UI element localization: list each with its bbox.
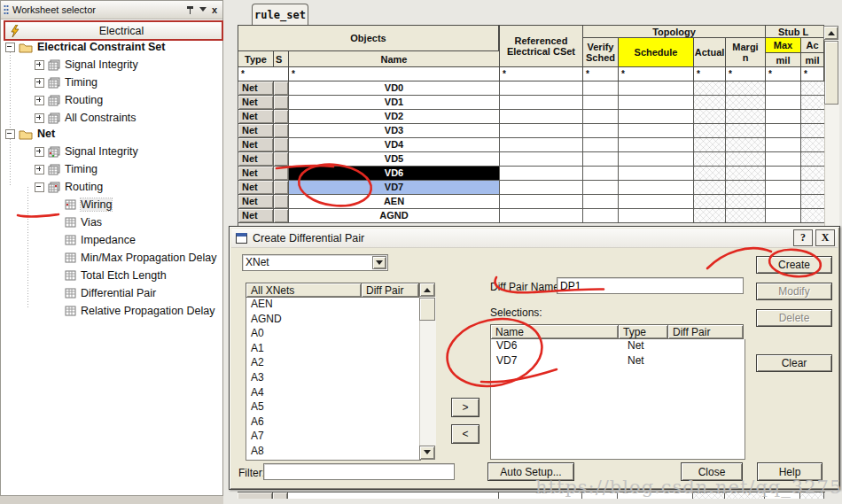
list-item[interactable]: A2 [246, 356, 420, 371]
list-scrollbar-thumb[interactable] [419, 298, 435, 321]
col-name: Name [288, 50, 500, 67]
selection-row[interactable]: VD6 Net [491, 339, 745, 354]
close-icon[interactable]: x [212, 5, 217, 14]
clear-button[interactable]: Clear [756, 354, 832, 372]
tree-item-routing[interactable]: Routing [35, 92, 103, 108]
expand-icon[interactable] [35, 147, 44, 157]
expand-icon[interactable] [35, 60, 44, 70]
tree-item-wiring[interactable]: Wiring [65, 197, 112, 213]
xnets-listbox[interactable]: AEN AGND A0 A1 A2 A3 A4 A5 A6 A7 A8 [246, 298, 421, 461]
diff-pair-name-input[interactable] [557, 277, 744, 294]
help-icon-button[interactable]: ? [793, 229, 813, 246]
add-to-selection-button[interactable]: > [451, 398, 479, 417]
tree-item-electrical-constraint-set[interactable]: Electrical Constraint Set [5, 39, 166, 55]
pin-icon[interactable] [186, 5, 194, 14]
tree-item-all-constraints[interactable]: All Constraints [35, 110, 136, 126]
dialog-icon [236, 233, 247, 244]
filter-cell-schedule[interactable]: * [618, 66, 694, 81]
tree-item-timing[interactable]: Timing [35, 74, 97, 90]
create-button[interactable]: Create [756, 256, 832, 274]
constraint-table-header: Objects Type S Name Referenced Electrica… [238, 25, 824, 81]
table-row[interactable]: NetVD0 [238, 81, 825, 96]
filter-cell-name[interactable]: * [288, 66, 500, 81]
table-row[interactable]: NetAGND [238, 209, 825, 223]
filter-cell-max[interactable]: * [765, 66, 801, 81]
tree-item-vias[interactable]: Vias [65, 214, 102, 230]
expand-icon[interactable] [35, 113, 44, 123]
list-scroll-up-button[interactable] [419, 283, 435, 297]
tab-rule-set[interactable]: rule_set [252, 4, 308, 26]
tree-item-net-timing[interactable]: Timing [35, 161, 97, 177]
table-row[interactable]: NetVD4 [238, 138, 825, 152]
tree-item-signal-integrity[interactable]: Signal Integrity [35, 57, 138, 73]
close-button[interactable]: X [815, 229, 835, 246]
table-row[interactable]: NetVD3 [238, 124, 825, 138]
table-row[interactable]: NetVD2 [238, 110, 825, 124]
help-button[interactable]: Help [757, 462, 823, 481]
selections-col-diff-pair[interactable]: Diff Pair [667, 324, 744, 339]
list-item[interactable]: A6 [246, 415, 420, 430]
selections-col-type[interactable]: Type [618, 324, 668, 339]
filter-input[interactable] [263, 463, 455, 480]
list-scroll-down-button[interactable] [419, 446, 435, 460]
folder-icon [19, 42, 33, 53]
tree-item-net[interactable]: Net [5, 126, 55, 142]
filter-cell-type[interactable]: * [238, 66, 289, 81]
tree-line [10, 134, 11, 187]
collapse-icon[interactable] [5, 129, 15, 139]
selection-row[interactable]: VD7 Net [491, 354, 745, 369]
collapse-icon[interactable] [35, 182, 44, 192]
chevron-down-icon[interactable] [199, 7, 207, 15]
arrow-up-icon [828, 27, 835, 35]
col-group-topology: Topology [582, 25, 766, 38]
tree-item-impedance[interactable]: Impedance [65, 232, 136, 248]
close-dialog-button[interactable]: Close [681, 462, 743, 481]
list-item[interactable]: A3 [246, 371, 420, 386]
tree-item-differential-pair[interactable]: Differential Pair [65, 285, 156, 301]
combo-dropdown-button[interactable] [372, 256, 386, 269]
filter-cell-ref[interactable]: * [499, 66, 583, 81]
table-row-selected[interactable]: NetVD7 [238, 181, 825, 195]
object-type-combobox[interactable]: XNet [242, 254, 388, 271]
domain-selector-electrical[interactable]: Electrical [4, 20, 223, 41]
auto-setup-button[interactable]: Auto Setup... [487, 462, 574, 481]
list-item[interactable]: A0 [246, 327, 420, 342]
expand-icon[interactable] [35, 78, 44, 88]
table-row[interactable]: NetAEN [238, 195, 825, 209]
tree-item-total-etch-length[interactable]: Total Etch Length [65, 268, 167, 283]
list-col-all-xnets[interactable]: All XNets [246, 283, 362, 298]
list-item[interactable]: A1 [246, 342, 420, 357]
scroll-up-button[interactable] [823, 26, 838, 40]
tree-item-net-signal-integrity[interactable]: Signal Integrity [35, 143, 138, 159]
selections-table[interactable]: VD6 Net VD7 Net [490, 339, 745, 460]
list-item[interactable]: A4 [246, 386, 420, 401]
tree-item-net-routing[interactable]: Routing [35, 179, 103, 195]
table-row-selected[interactable]: NetVD6 [238, 167, 825, 181]
worksheet-marked-icon [48, 182, 60, 193]
tree-item-min-max-propagation-delay[interactable]: Min/Max Propagation Delay [65, 250, 217, 266]
filter-cell-stub-actual[interactable]: * [800, 66, 824, 81]
col-stub-actual: Ac [800, 37, 824, 53]
list-item[interactable]: A5 [246, 400, 420, 415]
col-stub-max-unit: mil [765, 52, 801, 67]
filter-cell-verify[interactable]: * [582, 66, 619, 81]
filter-cell-actual[interactable]: * [693, 66, 726, 81]
list-col-diff-pair[interactable]: Diff Pair [361, 283, 419, 298]
arrow-down-icon [376, 260, 383, 268]
expand-icon[interactable] [35, 165, 44, 174]
list-item[interactable]: AGND [246, 313, 420, 328]
expand-icon[interactable] [35, 96, 44, 105]
table-row[interactable]: NetVD5 [238, 152, 825, 167]
collapse-icon[interactable] [5, 43, 15, 52]
table-row[interactable]: NetVD1 [238, 96, 825, 110]
tree-item-relative-propagation-delay[interactable]: Relative Propagation Delay [65, 303, 214, 319]
remove-from-selection-button[interactable]: < [451, 424, 479, 444]
selections-col-name[interactable]: Name [490, 324, 619, 339]
scrollbar-thumb[interactable] [824, 41, 838, 105]
list-item[interactable]: A7 [246, 430, 420, 445]
worksheet-icon [48, 164, 60, 175]
list-item[interactable]: A8 [246, 445, 420, 460]
list-item[interactable]: AEN [246, 298, 420, 313]
tree-line [27, 187, 28, 309]
filter-cell-margin[interactable]: * [725, 66, 766, 81]
